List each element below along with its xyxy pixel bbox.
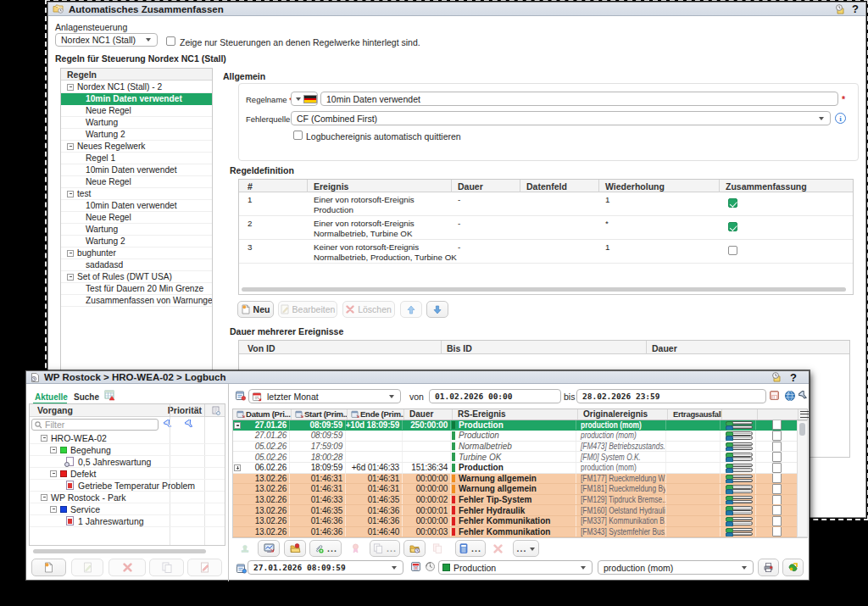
zusammenfassung-checkbox[interactable] — [728, 198, 737, 208]
memo-checkbox[interactable] — [772, 420, 782, 431]
memo-checkbox[interactable] — [772, 516, 782, 526]
rules-tree-item[interactable]: test — [61, 188, 212, 200]
vorgang-tree-item[interactable]: Getriebe Temperatur Problem — [30, 480, 225, 492]
edit-entry-button[interactable] — [71, 559, 103, 576]
pages-button[interactable] — [429, 540, 446, 557]
priority-funnel-icon[interactable] — [185, 420, 194, 429]
help-icon[interactable]: ? — [790, 371, 797, 384]
period-select[interactable]: letzter Monat — [248, 389, 401, 403]
zusammenfassung-checkbox[interactable] — [728, 222, 737, 231]
bearbeiten-button[interactable]: Bearbeiten — [278, 301, 337, 318]
memo-checkbox[interactable] — [772, 463, 782, 473]
collapse-icon[interactable] — [50, 470, 57, 477]
fehlerquelle-select[interactable]: CF (Combined First) — [291, 111, 831, 125]
memo-checkbox[interactable] — [772, 452, 782, 462]
attachment-button[interactable]: ... — [309, 540, 342, 557]
zeige-nur-checkbox[interactable] — [166, 36, 175, 46]
original-event-select[interactable]: production (mom) — [598, 560, 754, 575]
rules-tree-item[interactable]: Wartung — [61, 117, 212, 129]
rules-tree-item[interactable]: bughunter — [61, 247, 212, 259]
move-up-button[interactable] — [400, 301, 422, 318]
language-select[interactable] — [291, 92, 318, 106]
collapse-icon[interactable] — [50, 506, 57, 513]
log-table-row[interactable]: 13.02.26 01:46:31 01:46:31 00:00:00 Warn… — [232, 474, 797, 485]
memo-checkbox[interactable] — [772, 495, 782, 505]
zusammenfassung-checkbox[interactable] — [728, 246, 737, 255]
globe-icon[interactable] — [784, 390, 796, 402]
collapse-icon[interactable] — [67, 84, 74, 91]
rules-tree-item[interactable]: Zusammenfassen von Warnungen un — [61, 295, 212, 307]
calendar-goto-icon[interactable] — [410, 561, 421, 572]
rules-tree-item[interactable]: Neue Regel — [61, 105, 212, 117]
collapse-icon[interactable] — [67, 250, 74, 257]
clock-page-icon[interactable] — [834, 4, 845, 14]
move-down-button[interactable] — [426, 301, 448, 318]
vorgang-tree-item[interactable]: WP Rostock - Park — [30, 492, 225, 503]
print-column-icon[interactable] — [211, 406, 220, 415]
rules-tree-item[interactable]: Nordex NC1 (Stall) - 2 — [61, 81, 212, 93]
regeldefinition-row[interactable]: 3 Keiner von rotorsoft-Ereignis Normalbe… — [239, 240, 853, 264]
collapse-icon[interactable] — [234, 422, 241, 429]
rules-tree-item[interactable]: Wartung 2 — [61, 236, 212, 247]
log-table-vscrollbar[interactable] — [797, 420, 808, 538]
period-icon[interactable] — [235, 390, 246, 401]
new-entry-button[interactable] — [31, 559, 66, 576]
log-table-row[interactable]: 13.02.26 01:46:35 01:46:36 00:00:01 Fehl… — [232, 505, 797, 516]
table-menu-icon[interactable] — [800, 411, 809, 418]
quittieren-checkbox[interactable] — [293, 131, 303, 140]
loeschen-button[interactable]: Löschen — [342, 301, 395, 318]
folder-clock-button[interactable] — [403, 540, 426, 557]
calculator-button[interactable]: ... — [455, 540, 486, 557]
log-table-row[interactable]: 05.02.26 18:00:28 Turbine OK [FM0] Syste… — [232, 452, 797, 463]
rules-tree-item[interactable]: Regel 1 — [61, 153, 212, 164]
memo-checkbox[interactable] — [772, 474, 782, 484]
delete-log-button[interactable] — [489, 540, 506, 557]
collapse-icon[interactable] — [67, 274, 74, 281]
von-input[interactable]: 01.02.2026 00:00 — [429, 389, 561, 403]
copy-entry-button[interactable] — [149, 559, 184, 576]
export-button[interactable] — [782, 559, 804, 576]
log-table-row[interactable]: 13.02.26 01:46:31 01:46:31 00:00:00 Warn… — [232, 484, 797, 495]
filter-funnel-icon[interactable] — [164, 420, 173, 429]
tab-aktuelle[interactable]: Aktuelle — [35, 392, 68, 402]
vorgang-tree-item[interactable]: HRO-WEA-02 — [30, 432, 225, 444]
bis-input[interactable]: 28.02.2026 23:59 — [576, 389, 766, 403]
copy-more-button[interactable]: ... — [370, 540, 400, 557]
remote-display-button[interactable] — [258, 540, 280, 557]
memo-checkbox[interactable] — [772, 442, 782, 452]
rules-tree-item[interactable]: sadadasd — [61, 259, 212, 271]
memo-checkbox[interactable] — [772, 484, 782, 494]
regeldefinition-hscrollbar[interactable] — [242, 287, 846, 292]
info-icon[interactable]: i — [835, 113, 846, 124]
memo-checkbox[interactable] — [772, 431, 782, 441]
rules-tree-item[interactable]: Wartung 2 — [61, 129, 212, 141]
log-table-row[interactable]: 13.02.26 01:46:36 01:46:40 00:00:03 Fehl… — [232, 527, 797, 538]
collapse-icon[interactable] — [67, 191, 74, 197]
collapse-icon[interactable] — [67, 143, 74, 150]
memo-checkbox[interactable] — [772, 527, 782, 537]
rules-tree-item[interactable]: 10min Daten verwendet — [61, 200, 212, 212]
clock-page-icon[interactable] — [771, 372, 782, 382]
help-icon[interactable]: ? — [852, 3, 859, 15]
filter-arrow-icon[interactable] — [798, 391, 810, 401]
calendar-save-icon[interactable] — [769, 390, 780, 401]
collapse-icon[interactable] — [50, 447, 57, 453]
bg-titlebar[interactable]: Automatisches Zusammenfassen ? — [48, 3, 865, 16]
more-menu-button[interactable]: ... — [513, 540, 539, 557]
filter-input[interactable]: Filter — [31, 419, 159, 431]
rules-tree-item[interactable]: Neue Regel — [61, 176, 212, 188]
log-table-row[interactable]: 27.01.26 08:09:59 Production production … — [232, 431, 797, 442]
folder-button[interactable] — [284, 540, 306, 557]
rules-tree-item[interactable]: Test für Dauern 20 Min Grenze — [61, 283, 212, 295]
delete-entry-button[interactable] — [108, 559, 146, 576]
vorgang-hscrollbar[interactable] — [33, 549, 206, 553]
sign-entry-button[interactable] — [187, 559, 222, 576]
rules-tree-item[interactable]: 10min Daten verwendet — [61, 164, 212, 176]
vorgang-tree-item[interactable]: Defekt — [30, 468, 225, 480]
expand-icon[interactable] — [234, 464, 241, 471]
regeldefinition-row[interactable]: 2 Einer von rotorsoft-Ereignis Normalbet… — [239, 216, 853, 240]
rules-tree-item[interactable]: Neue Regel — [61, 212, 212, 224]
fg-titlebar[interactable]: WP Rostock > HRO-WEA-02 > Logbuch ? — [26, 371, 809, 384]
accept-button[interactable] — [236, 540, 253, 557]
rules-tree-item[interactable]: Neues Regelwerk — [61, 141, 212, 153]
